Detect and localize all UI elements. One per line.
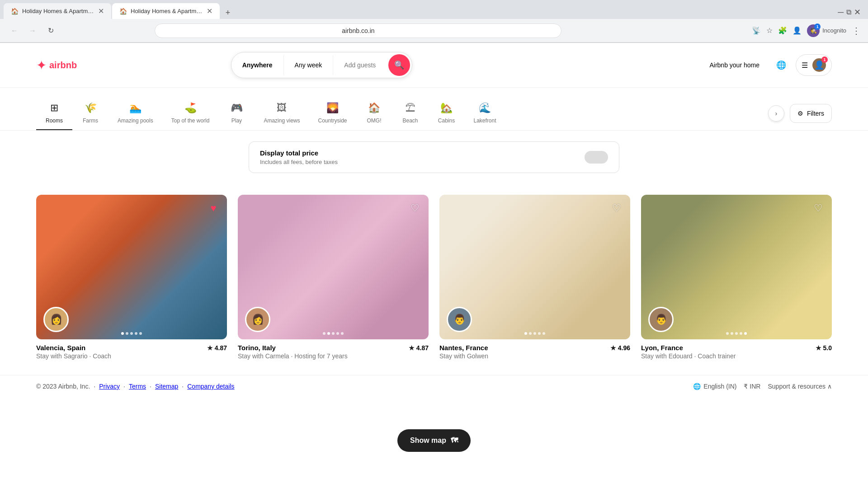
new-tab-button[interactable]: + [222, 6, 234, 19]
forward-button[interactable]: → [25, 23, 40, 38]
category-lakefront[interactable]: 🌊 Lakefront [465, 97, 505, 130]
star-icon-2: ★ [409, 344, 415, 352]
footer-link-company[interactable]: Company details [187, 383, 234, 390]
incognito-label: Incognito [822, 27, 846, 34]
dot-2-4 [336, 332, 339, 335]
browser-tab-2[interactable]: 🏠 Holiday Homes & Apartment Re... ✕ [112, 3, 220, 19]
price-banner-subtitle: Includes all fees, before taxes [260, 159, 338, 165]
category-beach[interactable]: ⛱ Beach [392, 97, 429, 130]
listing-host-4: Stay with Edouard · Coach trainer [641, 352, 832, 360]
hamburger-icon: ☰ [802, 61, 808, 70]
category-play-label: Play [231, 117, 242, 124]
price-banner-text: Display total price Includes all fees, b… [260, 149, 338, 165]
search-dates[interactable]: Any week [284, 55, 334, 75]
image-dots-3 [524, 332, 545, 335]
category-countryside[interactable]: 🌄 Countryside [309, 97, 356, 130]
back-button[interactable]: ← [7, 23, 22, 38]
footer-support-label: Support & resources [768, 383, 826, 390]
profile-icon[interactable]: 👤 [793, 26, 802, 35]
incognito-avatar: 🕵 1 [807, 24, 820, 37]
dot-4-4 [740, 332, 742, 335]
category-amazing-pools-label: Amazing pools [118, 117, 153, 124]
category-rooms[interactable]: ⊞ Rooms [36, 97, 72, 130]
window-restore[interactable]: ⧉ [846, 8, 851, 16]
chevron-up-icon: ∧ [827, 383, 832, 390]
rooms-icon: ⊞ [50, 102, 58, 114]
cast-icon[interactable]: 📡 [752, 26, 761, 35]
rating-value-1: 4.87 [215, 344, 227, 352]
browser-menu-icon[interactable]: ⋮ [852, 25, 861, 36]
image-dots-4 [726, 332, 747, 335]
incognito-button[interactable]: 🕵 1 Incognito [807, 24, 846, 37]
category-amazing-pools[interactable]: 🏊 Amazing pools [108, 97, 162, 130]
search-guests[interactable]: Add guests [333, 55, 387, 75]
dot-2-1 [323, 332, 326, 335]
tab-close-2[interactable]: ✕ [207, 7, 212, 15]
category-omg-label: OMG! [367, 117, 382, 124]
category-next-button[interactable]: › [768, 105, 784, 122]
dot-1-4 [135, 332, 137, 335]
footer-sep-1: · [94, 383, 95, 390]
category-cabins[interactable]: 🏡 Cabins [429, 97, 465, 130]
reload-button[interactable]: ↻ [43, 23, 58, 38]
footer-left: © 2023 Airbnb, Inc. · Privacy · Terms · … [36, 383, 235, 390]
footer-currency-button[interactable]: ₹ INR [744, 383, 760, 390]
total-price-toggle[interactable] [585, 151, 608, 164]
footer-link-sitemap[interactable]: Sitemap [155, 383, 178, 390]
host-link[interactable]: Airbnb your home [702, 56, 767, 74]
search-button[interactable]: 🔍 [388, 54, 410, 76]
listing-host-1: Stay with Sagrario · Coach [36, 352, 227, 360]
dot-3-2 [529, 332, 532, 335]
extensions-icon[interactable]: 🧩 [778, 26, 787, 35]
wishlist-button-2[interactable]: ♡ [408, 201, 422, 216]
language-button[interactable]: 🌐 [772, 56, 790, 74]
footer-link-terms[interactable]: Terms [129, 383, 146, 390]
category-top-of-world-label: Top of the world [171, 117, 210, 124]
category-play[interactable]: 🎮 Play [218, 97, 255, 130]
footer-language-button[interactable]: 🌐 English (IN) [693, 383, 736, 390]
wishlist-button-4[interactable]: ♡ [811, 201, 826, 216]
host-avatar-3: 👨 [447, 307, 472, 332]
window-minimize[interactable]: ─ [838, 8, 844, 17]
listing-info-2: Torino, Italy ★ 4.87 Stay with Carmela ·… [238, 339, 429, 364]
category-farms[interactable]: 🌾 Farms [72, 97, 108, 130]
wishlist-button-1[interactable]: ♥ [206, 201, 221, 216]
wishlist-button-3[interactable]: ♡ [609, 201, 624, 216]
footer-link-privacy[interactable]: Privacy [99, 383, 120, 390]
filters-button[interactable]: ⚙ Filters [790, 104, 832, 123]
listing-image-3: ♡ 👨 [439, 195, 630, 339]
menu-profile-button[interactable]: ☰ 👤 1 [796, 54, 832, 76]
search-location[interactable]: Anywhere [231, 55, 284, 75]
category-countryside-label: Countryside [318, 117, 347, 124]
listing-rating-3: ★ 4.96 [610, 344, 630, 352]
footer-right: 🌐 English (IN) ₹ INR Support & resources… [693, 383, 832, 390]
tab-title-2: Holiday Homes & Apartment Re... [131, 8, 203, 14]
bookmark-icon[interactable]: ☆ [766, 26, 773, 35]
dot-1-3 [130, 332, 133, 335]
globe-icon: 🌐 [693, 383, 701, 390]
listing-card-2[interactable]: ♡ 👩 Torino, Italy ★ 4.87 Stay with Carme… [238, 195, 429, 364]
footer-sep-3: · [150, 383, 151, 390]
amazing-pools-icon: 🏊 [129, 102, 142, 114]
browser-tab-1[interactable]: 🏠 Holiday Homes & Apartment Re... ✕ [4, 3, 111, 19]
show-map-button[interactable]: Show map 🗺 [397, 429, 471, 452]
category-amazing-views[interactable]: 🖼 Amazing views [255, 97, 309, 130]
window-close[interactable]: ✕ [854, 7, 861, 17]
tab-close-1[interactable]: ✕ [98, 7, 104, 15]
footer-support-button[interactable]: Support & resources ∧ [768, 383, 832, 390]
profile-notification-badge: 1 [821, 56, 828, 63]
address-bar[interactable]: airbnb.co.in [155, 23, 561, 38]
listing-card-4[interactable]: ♡ 👨 Lyon, France ★ 5.0 Stay with Edouard… [641, 195, 832, 364]
category-omg[interactable]: 🏠 OMG! [356, 97, 392, 130]
star-icon-3: ★ [610, 344, 616, 352]
dot-3-5 [542, 332, 545, 335]
logo[interactable]: ✦ airbnb [36, 58, 77, 73]
image-dots-1 [121, 332, 142, 335]
filters-label: Filters [807, 110, 824, 117]
listing-card-1[interactable]: ♥ 👩 Valencia, Spain ★ 4.87 Stay with Sag… [36, 195, 227, 364]
listing-rating-2: ★ 4.87 [409, 344, 429, 352]
listing-card-3[interactable]: ♡ 👨 Nantes, France ★ 4.96 Stay with Golw… [439, 195, 630, 364]
countryside-icon: 🌄 [326, 102, 339, 114]
footer-language-label: English (IN) [703, 383, 736, 390]
category-top-of-world[interactable]: ⛳ Top of the world [162, 97, 219, 130]
